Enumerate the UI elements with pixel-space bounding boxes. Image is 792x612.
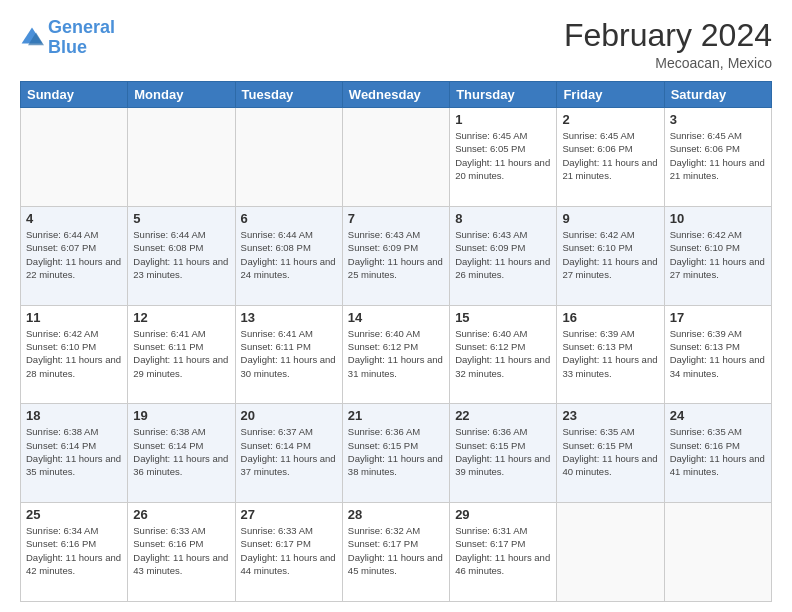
day-number: 7	[348, 211, 444, 226]
col-tuesday: Tuesday	[235, 82, 342, 108]
day-info: Sunrise: 6:35 AM Sunset: 6:15 PM Dayligh…	[562, 425, 658, 478]
day-info: Sunrise: 6:39 AM Sunset: 6:13 PM Dayligh…	[562, 327, 658, 380]
table-row: 10Sunrise: 6:42 AM Sunset: 6:10 PM Dayli…	[664, 206, 771, 305]
table-row: 19Sunrise: 6:38 AM Sunset: 6:14 PM Dayli…	[128, 404, 235, 503]
day-info: Sunrise: 6:45 AM Sunset: 6:05 PM Dayligh…	[455, 129, 551, 182]
table-row: 23Sunrise: 6:35 AM Sunset: 6:15 PM Dayli…	[557, 404, 664, 503]
table-row: 11Sunrise: 6:42 AM Sunset: 6:10 PM Dayli…	[21, 305, 128, 404]
table-row: 3Sunrise: 6:45 AM Sunset: 6:06 PM Daylig…	[664, 108, 771, 207]
table-row: 21Sunrise: 6:36 AM Sunset: 6:15 PM Dayli…	[342, 404, 449, 503]
day-number: 16	[562, 310, 658, 325]
day-info: Sunrise: 6:36 AM Sunset: 6:15 PM Dayligh…	[455, 425, 551, 478]
table-row	[557, 503, 664, 602]
day-info: Sunrise: 6:33 AM Sunset: 6:16 PM Dayligh…	[133, 524, 229, 577]
col-saturday: Saturday	[664, 82, 771, 108]
day-number: 23	[562, 408, 658, 423]
day-number: 17	[670, 310, 766, 325]
day-number: 26	[133, 507, 229, 522]
day-info: Sunrise: 6:38 AM Sunset: 6:14 PM Dayligh…	[133, 425, 229, 478]
calendar-week-row: 4Sunrise: 6:44 AM Sunset: 6:07 PM Daylig…	[21, 206, 772, 305]
day-info: Sunrise: 6:33 AM Sunset: 6:17 PM Dayligh…	[241, 524, 337, 577]
col-wednesday: Wednesday	[342, 82, 449, 108]
day-number: 19	[133, 408, 229, 423]
table-row: 7Sunrise: 6:43 AM Sunset: 6:09 PM Daylig…	[342, 206, 449, 305]
day-number: 12	[133, 310, 229, 325]
day-info: Sunrise: 6:31 AM Sunset: 6:17 PM Dayligh…	[455, 524, 551, 577]
col-friday: Friday	[557, 82, 664, 108]
day-info: Sunrise: 6:42 AM Sunset: 6:10 PM Dayligh…	[26, 327, 122, 380]
table-row: 6Sunrise: 6:44 AM Sunset: 6:08 PM Daylig…	[235, 206, 342, 305]
day-number: 20	[241, 408, 337, 423]
table-row	[21, 108, 128, 207]
table-row: 8Sunrise: 6:43 AM Sunset: 6:09 PM Daylig…	[450, 206, 557, 305]
day-info: Sunrise: 6:41 AM Sunset: 6:11 PM Dayligh…	[241, 327, 337, 380]
table-row: 27Sunrise: 6:33 AM Sunset: 6:17 PM Dayli…	[235, 503, 342, 602]
col-thursday: Thursday	[450, 82, 557, 108]
table-row: 26Sunrise: 6:33 AM Sunset: 6:16 PM Dayli…	[128, 503, 235, 602]
month-title: February 2024	[564, 18, 772, 53]
table-row: 4Sunrise: 6:44 AM Sunset: 6:07 PM Daylig…	[21, 206, 128, 305]
table-row: 17Sunrise: 6:39 AM Sunset: 6:13 PM Dayli…	[664, 305, 771, 404]
table-row: 22Sunrise: 6:36 AM Sunset: 6:15 PM Dayli…	[450, 404, 557, 503]
table-row: 2Sunrise: 6:45 AM Sunset: 6:06 PM Daylig…	[557, 108, 664, 207]
calendar-week-row: 25Sunrise: 6:34 AM Sunset: 6:16 PM Dayli…	[21, 503, 772, 602]
day-info: Sunrise: 6:32 AM Sunset: 6:17 PM Dayligh…	[348, 524, 444, 577]
table-row: 15Sunrise: 6:40 AM Sunset: 6:12 PM Dayli…	[450, 305, 557, 404]
day-info: Sunrise: 6:44 AM Sunset: 6:08 PM Dayligh…	[133, 228, 229, 281]
day-info: Sunrise: 6:35 AM Sunset: 6:16 PM Dayligh…	[670, 425, 766, 478]
location: Mecoacan, Mexico	[564, 55, 772, 71]
table-row: 25Sunrise: 6:34 AM Sunset: 6:16 PM Dayli…	[21, 503, 128, 602]
day-info: Sunrise: 6:44 AM Sunset: 6:08 PM Dayligh…	[241, 228, 337, 281]
day-info: Sunrise: 6:43 AM Sunset: 6:09 PM Dayligh…	[348, 228, 444, 281]
day-number: 5	[133, 211, 229, 226]
day-number: 15	[455, 310, 551, 325]
day-info: Sunrise: 6:34 AM Sunset: 6:16 PM Dayligh…	[26, 524, 122, 577]
day-info: Sunrise: 6:36 AM Sunset: 6:15 PM Dayligh…	[348, 425, 444, 478]
table-row: 28Sunrise: 6:32 AM Sunset: 6:17 PM Dayli…	[342, 503, 449, 602]
day-info: Sunrise: 6:40 AM Sunset: 6:12 PM Dayligh…	[455, 327, 551, 380]
day-number: 10	[670, 211, 766, 226]
logo-blue: Blue	[48, 37, 87, 57]
day-info: Sunrise: 6:39 AM Sunset: 6:13 PM Dayligh…	[670, 327, 766, 380]
day-number: 22	[455, 408, 551, 423]
table-row: 1Sunrise: 6:45 AM Sunset: 6:05 PM Daylig…	[450, 108, 557, 207]
table-row: 13Sunrise: 6:41 AM Sunset: 6:11 PM Dayli…	[235, 305, 342, 404]
table-row	[342, 108, 449, 207]
day-number: 8	[455, 211, 551, 226]
table-row	[664, 503, 771, 602]
day-info: Sunrise: 6:44 AM Sunset: 6:07 PM Dayligh…	[26, 228, 122, 281]
logo-text: General Blue	[48, 18, 115, 58]
day-number: 13	[241, 310, 337, 325]
day-number: 1	[455, 112, 551, 127]
day-number: 24	[670, 408, 766, 423]
table-row	[128, 108, 235, 207]
day-info: Sunrise: 6:43 AM Sunset: 6:09 PM Dayligh…	[455, 228, 551, 281]
day-number: 25	[26, 507, 122, 522]
table-row: 9Sunrise: 6:42 AM Sunset: 6:10 PM Daylig…	[557, 206, 664, 305]
day-info: Sunrise: 6:42 AM Sunset: 6:10 PM Dayligh…	[562, 228, 658, 281]
calendar-header-row: Sunday Monday Tuesday Wednesday Thursday…	[21, 82, 772, 108]
day-number: 11	[26, 310, 122, 325]
logo-general: General	[48, 17, 115, 37]
table-row: 20Sunrise: 6:37 AM Sunset: 6:14 PM Dayli…	[235, 404, 342, 503]
calendar-table: Sunday Monday Tuesday Wednesday Thursday…	[20, 81, 772, 602]
logo-icon	[20, 26, 44, 50]
day-info: Sunrise: 6:45 AM Sunset: 6:06 PM Dayligh…	[670, 129, 766, 182]
header: General Blue February 2024 Mecoacan, Mex…	[20, 18, 772, 71]
day-number: 28	[348, 507, 444, 522]
day-number: 14	[348, 310, 444, 325]
calendar-week-row: 1Sunrise: 6:45 AM Sunset: 6:05 PM Daylig…	[21, 108, 772, 207]
day-number: 2	[562, 112, 658, 127]
col-monday: Monday	[128, 82, 235, 108]
day-number: 18	[26, 408, 122, 423]
col-sunday: Sunday	[21, 82, 128, 108]
day-number: 9	[562, 211, 658, 226]
day-info: Sunrise: 6:41 AM Sunset: 6:11 PM Dayligh…	[133, 327, 229, 380]
table-row: 5Sunrise: 6:44 AM Sunset: 6:08 PM Daylig…	[128, 206, 235, 305]
day-info: Sunrise: 6:42 AM Sunset: 6:10 PM Dayligh…	[670, 228, 766, 281]
title-block: February 2024 Mecoacan, Mexico	[564, 18, 772, 71]
table-row: 18Sunrise: 6:38 AM Sunset: 6:14 PM Dayli…	[21, 404, 128, 503]
table-row: 29Sunrise: 6:31 AM Sunset: 6:17 PM Dayli…	[450, 503, 557, 602]
calendar-week-row: 11Sunrise: 6:42 AM Sunset: 6:10 PM Dayli…	[21, 305, 772, 404]
table-row: 16Sunrise: 6:39 AM Sunset: 6:13 PM Dayli…	[557, 305, 664, 404]
